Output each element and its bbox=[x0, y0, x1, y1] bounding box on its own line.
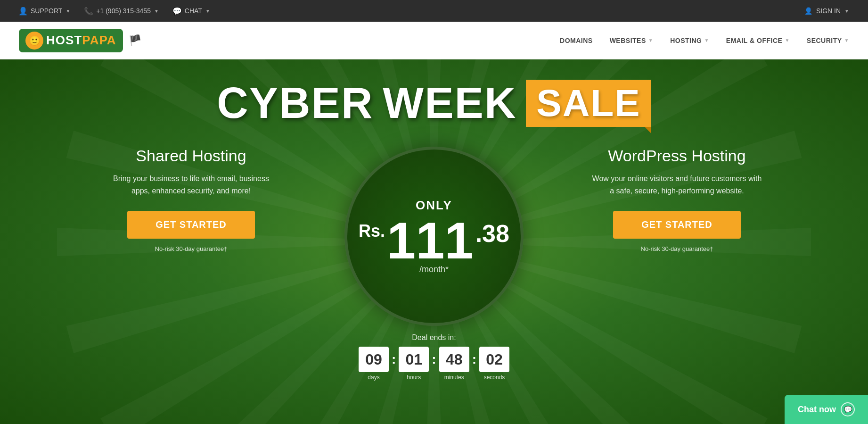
topbar: 👤 SUPPORT ▼ 📞 +1 (905) 315-3455 ▼ 💬 CHAT… bbox=[0, 0, 868, 22]
support-link[interactable]: 👤 SUPPORT ▼ bbox=[19, 7, 70, 15]
hero-cyber-text: CYBER bbox=[217, 78, 373, 128]
email-chevron: ▼ bbox=[785, 38, 789, 43]
support-chevron: ▼ bbox=[66, 8, 70, 14]
topbar-left: 👤 SUPPORT ▼ 📞 +1 (905) 315-3455 ▼ 💬 CHAT… bbox=[19, 7, 210, 15]
nav-email[interactable]: EMAIL & OFFICE ▼ bbox=[726, 37, 790, 44]
chat-now-label: Chat now bbox=[798, 405, 836, 415]
security-chevron: ▼ bbox=[844, 38, 849, 43]
countdown-minutes-label: minutes bbox=[444, 374, 464, 381]
hosting-label: HOSTING bbox=[670, 37, 702, 44]
countdown-hours-block: 01 hours bbox=[399, 347, 429, 381]
price-decimal-text: .38 bbox=[475, 219, 509, 248]
countdown-sep-3: : bbox=[472, 352, 476, 367]
countdown-hours-label: hours bbox=[407, 374, 421, 381]
logo-box[interactable]: 🙂 HOSTPAPA bbox=[19, 29, 123, 52]
countdown-minutes-number: 48 bbox=[439, 347, 469, 372]
countdown-sep-1: : bbox=[392, 352, 396, 367]
countdown-sep-2: : bbox=[432, 352, 436, 367]
chat-label: CHAT bbox=[185, 7, 202, 15]
logo-text: HOSTPAPA bbox=[46, 33, 116, 48]
countdown: 09 days : 01 hours : 48 minutes : 02 sec… bbox=[359, 347, 509, 381]
wordpress-get-started-button[interactable]: GET STARTED bbox=[613, 211, 741, 239]
wordpress-guarantee-text: No-risk 30-day guarantee† bbox=[641, 245, 713, 252]
india-flag[interactable]: 🏴 bbox=[129, 34, 141, 47]
domains-label: DOMAINS bbox=[560, 37, 593, 44]
countdown-days-number: 09 bbox=[359, 347, 389, 372]
deal-ends-text: Deal ends in: bbox=[412, 333, 456, 342]
wordpress-hosting-title: WordPress Hosting bbox=[608, 147, 745, 165]
logo-mascot: 🙂 bbox=[25, 32, 43, 50]
price-row: Rs. 111 .38 bbox=[359, 215, 509, 266]
chat-chevron: ▼ bbox=[205, 8, 210, 14]
hero-sale-badge: SALE bbox=[526, 80, 651, 127]
hero-section: CYBER WEEK SALE Shared Hosting Bring you… bbox=[0, 59, 868, 424]
nav-security[interactable]: SECURITY ▼ bbox=[807, 37, 849, 44]
hero-title-row: CYBER WEEK SALE bbox=[217, 78, 651, 128]
hosting-chevron: ▼ bbox=[704, 38, 709, 43]
header: 🙂 HOSTPAPA 🏴 DOMAINS WEBSITES ▼ HOSTING … bbox=[0, 22, 868, 59]
chat-link[interactable]: 💬 CHAT ▼ bbox=[173, 7, 210, 15]
countdown-days-block: 09 days bbox=[359, 347, 389, 381]
shared-guarantee-text: No-risk 30-day guarantee† bbox=[155, 245, 228, 252]
wordpress-hosting-desc: Wow your online visitors and future cust… bbox=[592, 173, 762, 197]
phone-label: +1 (905) 315-3455 bbox=[96, 7, 151, 15]
countdown-hours-number: 01 bbox=[399, 347, 429, 372]
signin-chevron: ▼ bbox=[844, 8, 849, 14]
price-rs-text: Rs. bbox=[359, 221, 385, 241]
shared-get-started-button[interactable]: GET STARTED bbox=[127, 211, 255, 239]
hero-sale-text: SALE bbox=[536, 82, 640, 124]
websites-chevron: ▼ bbox=[648, 38, 653, 43]
phone-link[interactable]: 📞 +1 (905) 315-3455 ▼ bbox=[84, 7, 159, 15]
price-only-text: ONLY bbox=[416, 198, 452, 213]
hero-week-text: WEEK bbox=[383, 78, 516, 128]
support-label: SUPPORT bbox=[31, 7, 62, 15]
countdown-seconds-number: 02 bbox=[479, 347, 509, 372]
nav-hosting[interactable]: HOSTING ▼ bbox=[670, 37, 709, 44]
wordpress-hosting-col: WordPress Hosting Wow your online visito… bbox=[524, 147, 830, 252]
price-main-number: 111 bbox=[387, 215, 474, 266]
chat-icon: 💬 bbox=[173, 7, 181, 15]
shared-hosting-col: Shared Hosting Bring your business to li… bbox=[38, 147, 344, 252]
countdown-days-label: days bbox=[368, 374, 379, 381]
person-icon: 👤 bbox=[804, 7, 812, 15]
countdown-seconds-block: 02 seconds bbox=[479, 347, 509, 381]
countdown-seconds-label: seconds bbox=[484, 374, 505, 381]
security-label: SECURITY bbox=[807, 37, 842, 44]
hero-content: Shared Hosting Bring your business to li… bbox=[0, 147, 868, 381]
shared-hosting-desc: Bring your business to life with email, … bbox=[106, 173, 276, 197]
price-circle: ONLY Rs. 111 .38 /month* bbox=[344, 147, 524, 326]
signin-link[interactable]: 👤 SIGN IN ▼ bbox=[804, 7, 849, 15]
email-label: EMAIL & OFFICE bbox=[726, 37, 783, 44]
countdown-minutes-block: 48 minutes bbox=[439, 347, 469, 381]
price-center: ONLY Rs. 111 .38 /month* Deal ends in: 0… bbox=[344, 147, 524, 381]
websites-label: WEBSITES bbox=[610, 37, 646, 44]
shared-hosting-title: Shared Hosting bbox=[136, 147, 246, 165]
phone-icon: 📞 bbox=[84, 7, 93, 15]
support-icon: 👤 bbox=[19, 7, 27, 15]
nav-domains[interactable]: DOMAINS bbox=[560, 37, 593, 44]
logo-area: 🙂 HOSTPAPA 🏴 bbox=[19, 29, 141, 52]
chat-now-button[interactable]: Chat now 💬 bbox=[785, 395, 868, 424]
price-month-text: /month* bbox=[419, 265, 449, 274]
signin-label: SIGN IN bbox=[816, 7, 841, 15]
main-nav: DOMAINS WEBSITES ▼ HOSTING ▼ EMAIL & OFF… bbox=[141, 37, 849, 44]
chat-circle-icon: 💬 bbox=[841, 402, 855, 416]
nav-websites[interactable]: WEBSITES ▼ bbox=[610, 37, 654, 44]
phone-chevron: ▼ bbox=[154, 8, 159, 14]
